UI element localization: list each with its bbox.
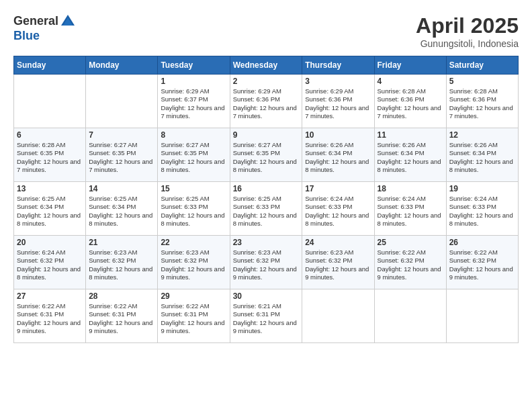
day-info: Sunrise: 6:23 AM Sunset: 6:32 PM Dayligh… — [305, 248, 371, 281]
day-info: Sunrise: 6:22 AM Sunset: 6:32 PM Dayligh… — [378, 248, 443, 281]
calendar-cell: 14Sunrise: 6:25 AM Sunset: 6:34 PM Dayli… — [86, 182, 158, 236]
calendar-cell: 30Sunrise: 6:21 AM Sunset: 6:31 PM Dayli… — [230, 289, 302, 343]
day-info: Sunrise: 6:22 AM Sunset: 6:31 PM Dayligh… — [161, 302, 226, 335]
day-info: Sunrise: 6:26 AM Sunset: 6:34 PM Dayligh… — [449, 141, 515, 174]
calendar-cell: 17Sunrise: 6:24 AM Sunset: 6:33 PM Dayli… — [302, 182, 374, 236]
page-header: General Blue April 2025 Gunungsitoli, In… — [13, 13, 519, 49]
day-info: Sunrise: 6:24 AM Sunset: 6:33 PM Dayligh… — [378, 195, 443, 228]
day-info: Sunrise: 6:25 AM Sunset: 6:34 PM Dayligh… — [17, 195, 83, 228]
month-title: April 2025 — [416, 13, 519, 38]
calendar-cell: 26Sunrise: 6:22 AM Sunset: 6:32 PM Dayli… — [446, 236, 518, 289]
day-number: 29 — [161, 291, 226, 301]
day-number: 28 — [89, 291, 154, 301]
day-number: 21 — [89, 238, 154, 247]
day-info: Sunrise: 6:26 AM Sunset: 6:34 PM Dayligh… — [378, 141, 443, 174]
calendar-cell: 19Sunrise: 6:24 AM Sunset: 6:33 PM Dayli… — [446, 182, 518, 236]
calendar-cell: 23Sunrise: 6:23 AM Sunset: 6:32 PM Dayli… — [230, 236, 302, 289]
calendar-cell: 4Sunrise: 6:28 AM Sunset: 6:36 PM Daylig… — [374, 75, 446, 128]
day-number: 14 — [89, 184, 154, 193]
calendar-cell — [374, 289, 446, 343]
title-block: April 2025 Gunungsitoli, Indonesia — [416, 13, 519, 49]
day-info: Sunrise: 6:23 AM Sunset: 6:32 PM Dayligh… — [89, 248, 154, 281]
calendar-cell: 28Sunrise: 6:22 AM Sunset: 6:31 PM Dayli… — [86, 289, 158, 343]
day-number: 8 — [161, 130, 226, 140]
week-row-4: 20Sunrise: 6:24 AM Sunset: 6:32 PM Dayli… — [14, 236, 519, 289]
calendar-cell — [446, 289, 518, 343]
day-number: 13 — [17, 184, 83, 193]
calendar-cell — [86, 75, 158, 128]
calendar-cell: 1Sunrise: 6:29 AM Sunset: 6:37 PM Daylig… — [158, 75, 230, 128]
day-number: 15 — [161, 184, 226, 193]
logo-icon — [60, 13, 76, 30]
day-number: 22 — [161, 238, 226, 247]
logo-general-text: General — [13, 15, 58, 28]
week-row-2: 6Sunrise: 6:28 AM Sunset: 6:35 PM Daylig… — [14, 128, 519, 182]
day-info: Sunrise: 6:27 AM Sunset: 6:35 PM Dayligh… — [233, 141, 300, 174]
calendar-cell: 27Sunrise: 6:22 AM Sunset: 6:31 PM Dayli… — [14, 289, 86, 343]
day-info: Sunrise: 6:23 AM Sunset: 6:32 PM Dayligh… — [233, 248, 300, 281]
day-info: Sunrise: 6:23 AM Sunset: 6:32 PM Dayligh… — [161, 248, 226, 281]
day-header-monday: Monday — [86, 56, 158, 75]
location-text: Gunungsitoli, Indonesia — [416, 38, 519, 49]
calendar-header-row: SundayMondayTuesdayWednesdayThursdayFrid… — [14, 56, 519, 75]
day-number: 3 — [305, 77, 371, 86]
day-info: Sunrise: 6:22 AM Sunset: 6:32 PM Dayligh… — [449, 248, 515, 281]
calendar-cell: 29Sunrise: 6:22 AM Sunset: 6:31 PM Dayli… — [158, 289, 230, 343]
day-number: 5 — [449, 77, 515, 86]
day-number: 17 — [305, 184, 371, 193]
calendar-cell: 15Sunrise: 6:25 AM Sunset: 6:33 PM Dayli… — [158, 182, 230, 236]
logo: General Blue — [13, 13, 76, 43]
calendar-cell: 13Sunrise: 6:25 AM Sunset: 6:34 PM Dayli… — [14, 182, 86, 236]
calendar-cell: 10Sunrise: 6:26 AM Sunset: 6:34 PM Dayli… — [302, 128, 374, 182]
day-info: Sunrise: 6:24 AM Sunset: 6:33 PM Dayligh… — [305, 195, 371, 228]
calendar-cell: 11Sunrise: 6:26 AM Sunset: 6:34 PM Dayli… — [374, 128, 446, 182]
day-info: Sunrise: 6:25 AM Sunset: 6:33 PM Dayligh… — [233, 195, 300, 228]
week-row-1: 1Sunrise: 6:29 AM Sunset: 6:37 PM Daylig… — [14, 75, 519, 128]
calendar-body: 1Sunrise: 6:29 AM Sunset: 6:37 PM Daylig… — [14, 75, 519, 343]
day-info: Sunrise: 6:22 AM Sunset: 6:31 PM Dayligh… — [89, 302, 154, 335]
calendar-cell — [14, 75, 86, 128]
day-info: Sunrise: 6:29 AM Sunset: 6:37 PM Dayligh… — [161, 87, 226, 120]
calendar-cell: 24Sunrise: 6:23 AM Sunset: 6:32 PM Dayli… — [302, 236, 374, 289]
calendar-cell — [302, 289, 374, 343]
day-number: 25 — [378, 238, 443, 247]
calendar-cell: 22Sunrise: 6:23 AM Sunset: 6:32 PM Dayli… — [158, 236, 230, 289]
day-number: 1 — [161, 77, 226, 86]
day-info: Sunrise: 6:24 AM Sunset: 6:33 PM Dayligh… — [449, 195, 515, 228]
day-info: Sunrise: 6:21 AM Sunset: 6:31 PM Dayligh… — [233, 302, 300, 335]
day-number: 4 — [378, 77, 443, 86]
logo-blue-text: Blue — [13, 30, 76, 43]
day-header-friday: Friday — [374, 56, 446, 75]
day-number: 26 — [449, 238, 515, 247]
day-info: Sunrise: 6:24 AM Sunset: 6:32 PM Dayligh… — [17, 248, 83, 281]
calendar-cell: 16Sunrise: 6:25 AM Sunset: 6:33 PM Dayli… — [230, 182, 302, 236]
day-number: 30 — [233, 291, 300, 301]
calendar-cell: 25Sunrise: 6:22 AM Sunset: 6:32 PM Dayli… — [374, 236, 446, 289]
day-info: Sunrise: 6:28 AM Sunset: 6:36 PM Dayligh… — [378, 87, 443, 120]
day-header-tuesday: Tuesday — [158, 56, 230, 75]
day-number: 6 — [17, 130, 83, 140]
day-number: 9 — [233, 130, 300, 140]
day-info: Sunrise: 6:28 AM Sunset: 6:36 PM Dayligh… — [449, 87, 515, 120]
day-number: 11 — [378, 130, 443, 140]
day-number: 27 — [17, 291, 83, 301]
day-info: Sunrise: 6:22 AM Sunset: 6:31 PM Dayligh… — [17, 302, 83, 335]
day-number: 19 — [449, 184, 515, 193]
day-number: 10 — [305, 130, 371, 140]
day-info: Sunrise: 6:25 AM Sunset: 6:33 PM Dayligh… — [161, 195, 226, 228]
calendar-cell: 8Sunrise: 6:27 AM Sunset: 6:35 PM Daylig… — [158, 128, 230, 182]
day-header-saturday: Saturday — [446, 56, 518, 75]
day-header-wednesday: Wednesday — [230, 56, 302, 75]
day-info: Sunrise: 6:25 AM Sunset: 6:34 PM Dayligh… — [89, 195, 154, 228]
day-header-thursday: Thursday — [302, 56, 374, 75]
calendar-cell: 18Sunrise: 6:24 AM Sunset: 6:33 PM Dayli… — [374, 182, 446, 236]
day-number: 18 — [378, 184, 443, 193]
day-info: Sunrise: 6:29 AM Sunset: 6:36 PM Dayligh… — [305, 87, 371, 120]
week-row-5: 27Sunrise: 6:22 AM Sunset: 6:31 PM Dayli… — [14, 289, 519, 343]
calendar-cell: 3Sunrise: 6:29 AM Sunset: 6:36 PM Daylig… — [302, 75, 374, 128]
calendar-cell: 7Sunrise: 6:27 AM Sunset: 6:35 PM Daylig… — [86, 128, 158, 182]
calendar-table: SundayMondayTuesdayWednesdayThursdayFrid… — [13, 56, 519, 343]
day-number: 2 — [233, 77, 300, 86]
day-info: Sunrise: 6:27 AM Sunset: 6:35 PM Dayligh… — [161, 141, 226, 174]
day-number: 7 — [89, 130, 154, 140]
